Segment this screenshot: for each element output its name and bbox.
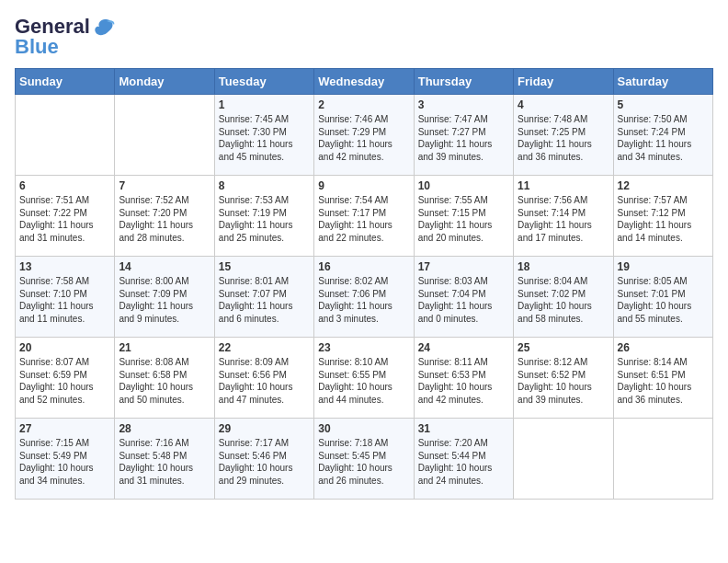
day-content: Sunrise: 8:04 AM Sunset: 7:02 PM Dayligh… [518, 275, 609, 325]
day-content: Sunrise: 7:57 AM Sunset: 7:12 PM Dayligh… [618, 194, 709, 244]
day-cell: 9Sunrise: 7:54 AM Sunset: 7:17 PM Daylig… [314, 176, 414, 257]
day-number: 4 [518, 98, 609, 111]
day-number: 7 [119, 179, 210, 192]
day-number: 23 [318, 341, 409, 354]
header-wednesday: Wednesday [314, 69, 414, 95]
day-content: Sunrise: 7:20 AM Sunset: 5:44 PM Dayligh… [418, 437, 509, 487]
day-number: 13 [19, 260, 110, 273]
day-number: 17 [418, 260, 509, 273]
calendar-container: General Blue SundayMondayTuesdayWednesda… [0, 0, 728, 507]
day-content: Sunrise: 7:54 AM Sunset: 7:17 PM Dayligh… [318, 194, 409, 244]
day-content: Sunrise: 7:46 AM Sunset: 7:29 PM Dayligh… [318, 113, 409, 163]
day-cell [514, 419, 613, 500]
day-content: Sunrise: 7:47 AM Sunset: 7:27 PM Dayligh… [418, 113, 509, 163]
day-cell: 1Sunrise: 7:45 AM Sunset: 7:30 PM Daylig… [214, 95, 313, 176]
day-number: 9 [318, 179, 409, 192]
day-number: 12 [618, 179, 709, 192]
day-content: Sunrise: 8:08 AM Sunset: 6:58 PM Dayligh… [119, 356, 210, 406]
day-content: Sunrise: 8:00 AM Sunset: 7:09 PM Dayligh… [119, 275, 210, 325]
day-cell: 23Sunrise: 8:10 AM Sunset: 6:55 PM Dayli… [314, 338, 414, 419]
day-content: Sunrise: 7:45 AM Sunset: 7:30 PM Dayligh… [219, 113, 310, 163]
day-cell: 6Sunrise: 7:51 AM Sunset: 7:22 PM Daylig… [16, 176, 115, 257]
day-number: 6 [19, 179, 110, 192]
day-cell: 4Sunrise: 7:48 AM Sunset: 7:25 PM Daylig… [514, 95, 613, 176]
day-cell: 13Sunrise: 7:58 AM Sunset: 7:10 PM Dayli… [16, 257, 115, 338]
day-content: Sunrise: 8:02 AM Sunset: 7:06 PM Dayligh… [318, 275, 409, 325]
calendar-table: SundayMondayTuesdayWednesdayThursdayFrid… [15, 68, 713, 500]
day-cell: 26Sunrise: 8:14 AM Sunset: 6:51 PM Dayli… [613, 338, 712, 419]
day-number: 16 [318, 260, 409, 273]
week-row-2: 6Sunrise: 7:51 AM Sunset: 7:22 PM Daylig… [16, 176, 713, 257]
header-monday: Monday [115, 69, 214, 95]
day-number: 2 [318, 98, 409, 111]
week-row-1: 1Sunrise: 7:45 AM Sunset: 7:30 PM Daylig… [16, 95, 713, 176]
day-cell: 30Sunrise: 7:18 AM Sunset: 5:45 PM Dayli… [314, 419, 414, 500]
day-cell: 7Sunrise: 7:52 AM Sunset: 7:20 PM Daylig… [115, 176, 214, 257]
day-number: 11 [518, 179, 609, 192]
day-cell: 28Sunrise: 7:16 AM Sunset: 5:48 PM Dayli… [115, 419, 214, 500]
day-cell: 18Sunrise: 8:04 AM Sunset: 7:02 PM Dayli… [514, 257, 613, 338]
day-number: 18 [518, 260, 609, 273]
day-cell: 27Sunrise: 7:15 AM Sunset: 5:49 PM Dayli… [16, 419, 115, 500]
day-number: 14 [119, 260, 210, 273]
day-number: 8 [219, 179, 310, 192]
day-content: Sunrise: 7:52 AM Sunset: 7:20 PM Dayligh… [119, 194, 210, 244]
day-cell: 22Sunrise: 8:09 AM Sunset: 6:56 PM Dayli… [214, 338, 313, 419]
day-cell: 21Sunrise: 8:08 AM Sunset: 6:58 PM Dayli… [115, 338, 214, 419]
day-number: 19 [618, 260, 709, 273]
day-cell: 10Sunrise: 7:55 AM Sunset: 7:15 PM Dayli… [414, 176, 513, 257]
day-number: 15 [219, 260, 310, 273]
week-row-5: 27Sunrise: 7:15 AM Sunset: 5:49 PM Dayli… [16, 419, 713, 500]
day-number: 31 [418, 422, 509, 435]
day-cell: 31Sunrise: 7:20 AM Sunset: 5:44 PM Dayli… [414, 419, 513, 500]
day-content: Sunrise: 8:12 AM Sunset: 6:52 PM Dayligh… [518, 356, 609, 406]
day-number: 10 [418, 179, 509, 192]
day-content: Sunrise: 7:18 AM Sunset: 5:45 PM Dayligh… [318, 437, 409, 487]
day-content: Sunrise: 8:01 AM Sunset: 7:07 PM Dayligh… [219, 275, 310, 325]
day-content: Sunrise: 8:05 AM Sunset: 7:01 PM Dayligh… [618, 275, 709, 325]
calendar-header-row: SundayMondayTuesdayWednesdayThursdayFrid… [16, 69, 713, 95]
day-cell: 11Sunrise: 7:56 AM Sunset: 7:14 PM Dayli… [514, 176, 613, 257]
day-number: 3 [418, 98, 509, 111]
day-cell: 5Sunrise: 7:50 AM Sunset: 7:24 PM Daylig… [613, 95, 712, 176]
day-cell: 19Sunrise: 8:05 AM Sunset: 7:01 PM Dayli… [613, 257, 712, 338]
week-row-4: 20Sunrise: 8:07 AM Sunset: 6:59 PM Dayli… [16, 338, 713, 419]
day-content: Sunrise: 7:51 AM Sunset: 7:22 PM Dayligh… [19, 194, 110, 244]
day-content: Sunrise: 7:55 AM Sunset: 7:15 PM Dayligh… [418, 194, 509, 244]
week-row-3: 13Sunrise: 7:58 AM Sunset: 7:10 PM Dayli… [16, 257, 713, 338]
day-number: 24 [418, 341, 509, 354]
header-thursday: Thursday [414, 69, 513, 95]
day-number: 21 [119, 341, 210, 354]
day-content: Sunrise: 7:15 AM Sunset: 5:49 PM Dayligh… [19, 437, 110, 487]
day-number: 25 [518, 341, 609, 354]
day-cell [115, 95, 214, 176]
header: General Blue [15, 15, 713, 59]
day-number: 20 [19, 341, 110, 354]
day-cell [613, 419, 712, 500]
day-content: Sunrise: 7:56 AM Sunset: 7:14 PM Dayligh… [518, 194, 609, 244]
day-content: Sunrise: 7:58 AM Sunset: 7:10 PM Dayligh… [19, 275, 110, 325]
day-content: Sunrise: 8:11 AM Sunset: 6:53 PM Dayligh… [418, 356, 509, 406]
day-content: Sunrise: 8:07 AM Sunset: 6:59 PM Dayligh… [19, 356, 110, 406]
day-cell: 20Sunrise: 8:07 AM Sunset: 6:59 PM Dayli… [16, 338, 115, 419]
day-cell: 29Sunrise: 7:17 AM Sunset: 5:46 PM Dayli… [214, 419, 313, 500]
day-cell [16, 95, 115, 176]
day-cell: 12Sunrise: 7:57 AM Sunset: 7:12 PM Dayli… [613, 176, 712, 257]
day-content: Sunrise: 7:16 AM Sunset: 5:48 PM Dayligh… [119, 437, 210, 487]
day-cell: 17Sunrise: 8:03 AM Sunset: 7:04 PM Dayli… [414, 257, 513, 338]
day-cell: 3Sunrise: 7:47 AM Sunset: 7:27 PM Daylig… [414, 95, 513, 176]
day-content: Sunrise: 8:14 AM Sunset: 6:51 PM Dayligh… [618, 356, 709, 406]
day-content: Sunrise: 8:10 AM Sunset: 6:55 PM Dayligh… [318, 356, 409, 406]
day-cell: 24Sunrise: 8:11 AM Sunset: 6:53 PM Dayli… [414, 338, 513, 419]
header-tuesday: Tuesday [214, 69, 313, 95]
day-number: 1 [219, 98, 310, 111]
header-saturday: Saturday [613, 69, 712, 95]
day-number: 29 [219, 422, 310, 435]
day-number: 28 [119, 422, 210, 435]
day-number: 22 [219, 341, 310, 354]
day-content: Sunrise: 7:17 AM Sunset: 5:46 PM Dayligh… [219, 437, 310, 487]
day-cell: 14Sunrise: 8:00 AM Sunset: 7:09 PM Dayli… [115, 257, 214, 338]
day-cell: 15Sunrise: 8:01 AM Sunset: 7:07 PM Dayli… [214, 257, 313, 338]
day-number: 30 [318, 422, 409, 435]
day-number: 5 [618, 98, 709, 111]
